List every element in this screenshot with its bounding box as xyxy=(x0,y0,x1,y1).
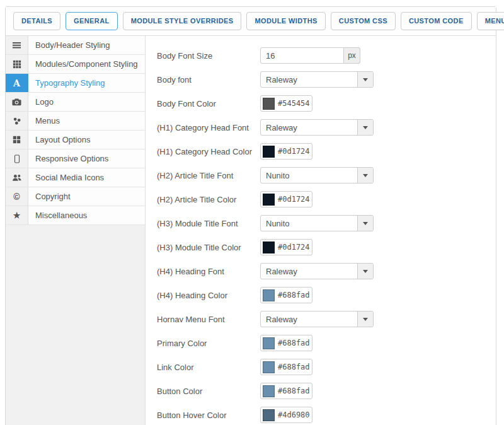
color-hex-value: #688fad xyxy=(278,363,310,371)
link-color-field[interactable]: #688fad xyxy=(260,359,312,375)
field-row-h3-module-title-color: (H3) Module Title Color#0d1724 xyxy=(157,239,496,255)
button-hover-color-field[interactable]: #4d6980 xyxy=(260,407,312,423)
sidebar-item-social-media-icons[interactable]: Social Media Icons xyxy=(6,168,145,187)
tab-custom-css[interactable]: CUSTOM CSS xyxy=(331,12,396,30)
select-caret-button[interactable] xyxy=(357,264,373,279)
field-label: Body Font Size xyxy=(157,51,260,61)
select-value: Raleway xyxy=(261,72,357,87)
select-value: Raleway xyxy=(261,311,357,327)
tab-module-style-overrides[interactable]: MODULE STYLE OVERRIDES xyxy=(123,12,242,30)
sidebar-item-body-header-styling[interactable]: Body/Header Styling xyxy=(6,36,145,55)
h3-module-title-font-select[interactable]: Nunito xyxy=(260,215,374,231)
h4-heading-font-select[interactable]: Raleway xyxy=(260,263,374,279)
color-hex-value: #688fad xyxy=(278,291,310,300)
field-label: (H3) Module Title Color xyxy=(157,243,260,252)
select-caret-button[interactable] xyxy=(357,168,373,183)
color-hex-value: #0d1724 xyxy=(278,147,310,156)
tab-module-widths[interactable]: MODULE WIDTHS xyxy=(246,12,325,30)
tablet-icon xyxy=(6,149,28,168)
select-value: Nunito xyxy=(261,216,357,231)
copyright-icon: © xyxy=(6,187,28,206)
field-row-body-font-size: Body Font Sizepx xyxy=(157,47,496,64)
field-row-hornav-menu-font: Hornav Menu FontRaleway xyxy=(157,311,496,327)
sidebar-item-label: Logo xyxy=(28,93,145,111)
sidebar-item-layout-options[interactable]: Layout Options xyxy=(6,131,145,149)
field-row-h1-category-head-color: (H1) Category Head Color#0d1724 xyxy=(157,143,496,160)
field-row-h3-module-title-font: (H3) Module Title FontNunito xyxy=(157,215,496,231)
select-value: Raleway xyxy=(261,120,357,135)
primary-color-field[interactable]: #688fad xyxy=(260,335,312,351)
sidebar-item-miscellaneous[interactable]: ★Miscellaneous xyxy=(6,206,145,225)
color-swatch xyxy=(263,98,275,110)
color-hex-value: #545454 xyxy=(278,99,310,108)
field-label: Body font xyxy=(157,75,260,84)
field-label: Link Color xyxy=(157,363,260,372)
color-hex-value: #688fad xyxy=(278,339,310,347)
grid-icon xyxy=(6,55,28,73)
field-row-primary-color: Primary Color#688fad xyxy=(157,335,496,351)
field-label: Button Hover Color xyxy=(157,410,260,420)
field-row-h4-heading-font: (H4) Heading FontRaleway xyxy=(157,263,496,279)
field-row-button-hover-color: Button Hover Color#4d6980 xyxy=(157,407,496,423)
color-swatch xyxy=(263,146,275,158)
field-label: Hornav Menu Font xyxy=(157,315,260,324)
sidebar-item-label: Typography Styling xyxy=(28,74,145,92)
tab-general[interactable]: GENERAL xyxy=(66,12,118,30)
chevron-down-icon xyxy=(363,174,368,177)
color-swatch xyxy=(263,242,275,253)
star-icon: ★ xyxy=(6,206,28,224)
color-hex-value: #0d1724 xyxy=(278,243,310,252)
color-swatch xyxy=(263,361,275,373)
tab-menu-assignment[interactable]: MENU ASSIGNMENT xyxy=(477,12,504,30)
color-hex-value: #688fad xyxy=(278,387,310,395)
field-row-h1-category-head-font: (H1) Category Head FontRaleway xyxy=(157,119,496,136)
sidebar-item-typography-styling[interactable]: ATypography Styling xyxy=(6,74,145,93)
button-color-field[interactable]: #688fad xyxy=(260,383,312,399)
color-swatch xyxy=(263,385,275,397)
sidebar-item-label: Copyright xyxy=(28,187,145,206)
font-icon: A xyxy=(6,74,28,92)
tab-custom-code[interactable]: CUSTOM CODE xyxy=(401,12,472,30)
content-area: Body/Header StylingModules/Component Sty… xyxy=(6,36,496,425)
field-label: Body Font Color xyxy=(157,99,260,108)
field-row-link-color: Link Color#688fad xyxy=(157,359,496,375)
h2-article-title-font-select[interactable]: Nunito xyxy=(260,167,374,183)
body-font-size-input[interactable] xyxy=(260,47,344,64)
sidebar-item-menus[interactable]: Menus xyxy=(6,112,145,131)
chevron-down-icon xyxy=(363,318,368,321)
h1-category-head-font-select[interactable]: Raleway xyxy=(260,119,374,136)
select-caret-button[interactable] xyxy=(357,72,373,87)
bars-icon xyxy=(6,36,28,54)
field-label: (H1) Category Head Color xyxy=(157,147,260,156)
color-hex-value: #0d1724 xyxy=(278,195,310,204)
sidebar: Body/Header StylingModules/Component Sty… xyxy=(6,36,146,425)
h1-category-head-color-field[interactable]: #0d1724 xyxy=(260,143,312,160)
color-swatch xyxy=(263,337,275,349)
share-icon xyxy=(6,112,28,130)
sidebar-item-modules-component-styling[interactable]: Modules/Component Styling xyxy=(6,55,145,74)
chevron-down-icon xyxy=(363,78,368,81)
select-caret-button[interactable] xyxy=(357,311,373,327)
tab-details[interactable]: DETAILS xyxy=(13,12,60,30)
field-row-h2-article-title-color: (H2) Article Title Color#0d1724 xyxy=(157,191,496,207)
blocks-icon xyxy=(6,131,28,149)
hornav-menu-font-select[interactable]: Raleway xyxy=(260,311,374,327)
sidebar-item-copyright[interactable]: ©Copyright xyxy=(6,187,145,206)
body-font-select[interactable]: Raleway xyxy=(260,71,374,88)
color-swatch xyxy=(263,194,275,206)
template-settings-panel: DETAILSGENERALMODULE STYLE OVERRIDESMODU… xyxy=(5,6,496,425)
h2-article-title-color-field[interactable]: #0d1724 xyxy=(260,191,312,207)
body-font-color-field[interactable]: #545454 xyxy=(260,95,312,112)
sidebar-item-label: Social Media Icons xyxy=(28,168,145,187)
field-label: (H3) Module Title Font xyxy=(157,219,260,228)
select-caret-button[interactable] xyxy=(357,120,373,135)
color-swatch xyxy=(263,409,275,421)
h4-heading-color-field[interactable]: #688fad xyxy=(260,287,312,303)
field-label: Primary Color xyxy=(157,339,260,348)
sidebar-item-logo[interactable]: Logo xyxy=(6,93,145,112)
select-caret-button[interactable] xyxy=(357,216,373,231)
h3-module-title-color-field[interactable]: #0d1724 xyxy=(260,239,312,255)
field-row-h2-article-title-font: (H2) Article Title FontNunito xyxy=(157,167,496,183)
field-label: (H1) Category Head Font xyxy=(157,123,260,132)
sidebar-item-responsive-options[interactable]: Responsive Options xyxy=(6,149,145,168)
